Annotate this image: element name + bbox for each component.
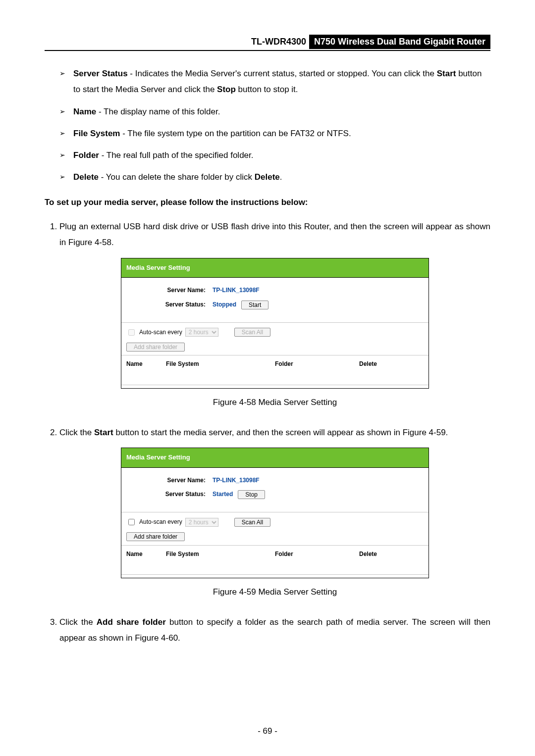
text: Click the — [59, 617, 97, 627]
text: - The file system type on the partition … — [120, 129, 351, 138]
server-status-label: Server Status: — [126, 489, 213, 500]
text: - You can delete the share folder by cli… — [99, 172, 255, 182]
bullet-server-status: Server Status - Indicates the Media Serv… — [59, 66, 490, 98]
product-name: N750 Wireless Dual Band Gigabit Router — [309, 35, 490, 49]
text: . — [111, 238, 114, 247]
bullet-file-system: File System - The file system type on th… — [59, 126, 490, 142]
inline-bold: Stop — [217, 85, 236, 94]
add-share-folder-button[interactable]: Add share folder — [126, 343, 185, 352]
term: Name — [73, 107, 96, 116]
page-number: - 69 - — [0, 726, 535, 736]
panel-title: Media Server Setting — [121, 448, 428, 468]
auto-scan-label: Auto-scan every — [139, 516, 182, 528]
step-3: Click the Add share folder button to spe… — [59, 614, 490, 647]
page-header: TL-WDR4300N750 Wireless Dual Band Gigabi… — [45, 35, 490, 51]
col-delete: Delete — [359, 358, 399, 370]
term: File System — [73, 129, 120, 138]
step-2: Click the Start button to start the medi… — [59, 425, 490, 601]
figure-ref: Figure 4-59 — [403, 428, 446, 437]
text: - The display name of this folder. — [96, 107, 220, 116]
table-header: Name File System Folder Delete — [121, 545, 428, 575]
panel-title: Media Server Setting — [121, 258, 428, 278]
step-1: Plug an external USB hard disk drive or … — [59, 219, 490, 410]
col-file-system: File System — [166, 358, 275, 370]
text: . — [280, 172, 282, 182]
term: Folder — [73, 151, 99, 160]
start-button[interactable]: Start — [241, 301, 268, 309]
figure-4-58: Media Server Setting Server Name: TP-LIN… — [121, 258, 429, 389]
text: . — [178, 633, 180, 643]
auto-scan-checkbox[interactable] — [128, 329, 135, 336]
bullet-delete: Delete - You can delete the share folder… — [59, 169, 490, 185]
definition-list: Server Status - Indicates the Media Serv… — [45, 66, 490, 186]
figure-caption-59: Figure 4-59 Media Server Setting — [59, 584, 490, 600]
figure-ref: Figure 4-60 — [135, 633, 178, 643]
text: . — [446, 428, 448, 437]
server-name-label: Server Name: — [126, 285, 213, 296]
text: Click the — [59, 428, 94, 437]
auto-scan-select[interactable]: 2 hours — [185, 518, 218, 527]
scan-all-button[interactable]: Scan All — [234, 518, 270, 527]
text: Plug an external USB hard disk drive or … — [59, 222, 490, 247]
auto-scan-label: Auto-scan every — [139, 327, 182, 338]
term: Delete — [73, 172, 99, 182]
scan-all-button[interactable]: Scan All — [234, 328, 270, 337]
inline-bold: Delete — [255, 172, 280, 182]
text: button to stop it. — [236, 85, 298, 94]
col-folder: Folder — [275, 358, 359, 370]
stop-button[interactable]: Stop — [238, 490, 265, 499]
instruction-heading: To set up your media server, please foll… — [45, 195, 490, 210]
figure-4-59: Media Server Setting Server Name: TP-LIN… — [121, 448, 429, 579]
model-code: TL-WDR4300 — [251, 37, 309, 47]
text: - The real full path of the specified fo… — [99, 151, 254, 160]
server-name-value[interactable]: TP-LINK_13098F — [213, 475, 260, 486]
server-status-value: Stopped — [213, 299, 236, 310]
col-name: Name — [126, 358, 166, 370]
inline-bold: Add share folder — [97, 617, 166, 627]
col-delete: Delete — [359, 549, 399, 560]
figure-caption-58: Figure 4-58 Media Server Setting — [59, 395, 490, 410]
inline-bold: Start — [437, 69, 456, 78]
col-folder: Folder — [275, 549, 359, 560]
bullet-name: Name - The display name of this folder. — [59, 104, 490, 120]
server-status-label: Server Status: — [126, 299, 213, 310]
server-name-label: Server Name: — [126, 475, 213, 486]
col-name: Name — [126, 549, 166, 560]
term: Server Status — [73, 69, 128, 78]
figure-ref: Figure 4-58 — [68, 238, 111, 247]
add-share-folder-button[interactable]: Add share folder — [126, 532, 185, 541]
server-status-value: Started — [213, 489, 233, 500]
steps-list: Plug an external USB hard disk drive or … — [45, 219, 490, 646]
col-file-system: File System — [166, 549, 275, 560]
bullet-folder: Folder - The real full path of the speci… — [59, 148, 490, 163]
auto-scan-select[interactable]: 2 hours — [185, 328, 218, 337]
text: - Indicates the Media Server's current s… — [128, 69, 437, 78]
text: button to start the media server, and th… — [113, 428, 403, 437]
table-header: Name File System Folder Delete — [121, 355, 428, 385]
server-name-value[interactable]: TP-LINK_13098F — [213, 285, 260, 296]
inline-bold: Start — [94, 428, 113, 437]
auto-scan-checkbox[interactable] — [128, 519, 135, 525]
